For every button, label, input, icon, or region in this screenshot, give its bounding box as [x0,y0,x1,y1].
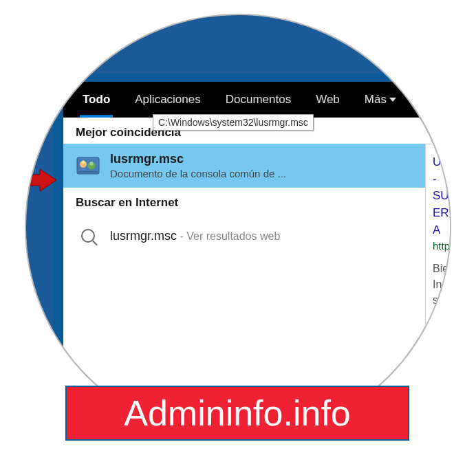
search-tabs-bar: Todo Aplicaciones Documentos Web Más [63,82,451,118]
preview-title-line: - [433,171,451,188]
web-result-suffix: - Ver resultados web [177,230,280,242]
result-title: lusrmgr.msc [110,152,451,166]
best-match-result[interactable]: lusrmgr.msc Documento de la consola comú… [63,144,451,188]
tooltip-text: C:\Windows\system32\lusrmgr.msc [158,117,308,128]
web-result-text: lusrmgr.msc - Ver resultados web [110,229,445,243]
search-icon [76,223,100,248]
svg-rect-5 [78,171,98,173]
msc-file-icon [76,153,100,178]
chevron-down-icon [389,98,396,102]
preview-desc-line: d [433,309,451,324]
tab-label: Documentos [226,93,291,107]
tab-more[interactable]: Más [352,82,409,118]
tab-label: Web [316,93,340,107]
search-internet-header: Buscar en Internet [63,188,451,214]
preview-title-line: SURA [433,188,451,205]
windows-search-panel: Todo Aplicaciones Documentos Web Más C:\… [54,74,451,404]
tab-web[interactable]: Web [303,82,352,118]
preview-url: https:// [433,239,451,254]
section-label: Buscar en Internet [76,196,178,209]
tab-apps[interactable]: Aplicaciones [122,82,213,118]
preview-desc-line: Ingre [433,276,451,292]
preview-desc-line: sigu [433,292,451,308]
svg-point-4 [89,162,94,166]
preview-title-line: ERICA [433,205,451,222]
svg-point-2 [82,161,85,164]
result-subtitle: Documento de la consola común de ... [110,168,451,179]
preview-title-line: A [433,222,451,239]
tab-label: Aplicaciones [135,93,200,107]
preview-side-panel: Usua - SURA ERICA A https:// Bienv Ingre… [425,144,451,335]
path-tooltip: C:\Windows\system32\lusrmgr.msc [153,114,314,131]
watermark-banner: Admininfo.info [65,386,409,441]
tab-label: Todo [83,93,110,107]
tab-label: Más [365,93,387,107]
circular-viewport: Todo Aplicaciones Documentos Web Más C:\… [25,14,451,440]
svg-marker-6 [25,169,56,191]
result-text-block: lusrmgr.msc Documento de la consola comú… [110,152,451,179]
watermark-text: Admininfo.info [124,393,351,434]
web-result-term: lusrmgr.msc [110,229,177,243]
tab-documents[interactable]: Documentos [213,82,303,118]
tab-all[interactable]: Todo [70,82,122,118]
preview-title-line: Usua [433,154,451,171]
web-search-result[interactable]: lusrmgr.msc - Ver resultados web › [63,214,451,258]
red-arrow-annotation [25,168,58,195]
preview-desc-line: Bienv [433,261,451,276]
